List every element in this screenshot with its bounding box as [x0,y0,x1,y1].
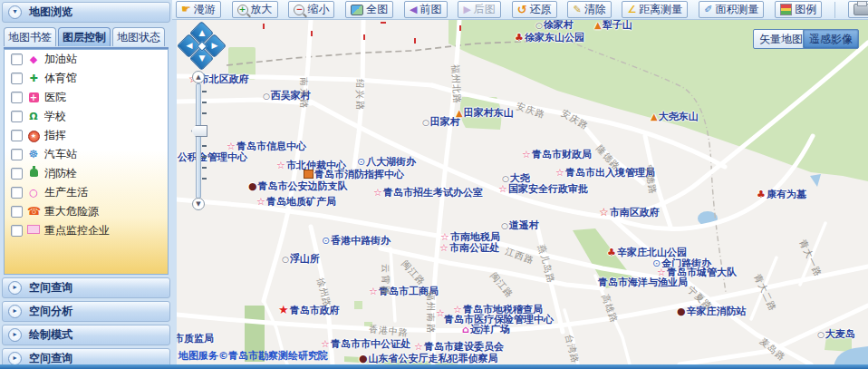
poi-label: 公积金管理中心 [178,151,247,163]
layer-gas-station-icon: ◆ [27,53,40,66]
panel-header-spatial-analysis[interactable]: ▸空间分析 [2,301,170,322]
layer-fire-hydrant-icon [27,168,40,180]
badge-marker-icon: ● [359,353,368,364]
command-icon: ★ [28,131,40,142]
layer-checkbox-monitored-enterprise[interactable] [11,225,23,237]
layer-checkbox-command[interactable] [11,130,23,141]
accordion-collapse-icon[interactable]: ▾ [8,5,22,19]
toolbar-button-area-measure[interactable]: ✐面积测量 [699,1,764,18]
layer-checkbox-school[interactable] [11,111,23,122]
accordion-expand-icon[interactable]: ▸ [8,328,22,342]
toolbar-button-label: 缩小 [307,2,329,17]
poi-label: 大麦岛 [825,328,855,340]
layer-label: 学校 [44,109,66,124]
road-label: 南京路 [299,77,308,110]
school-icon: Ω [29,111,37,122]
layer-label: 体育馆 [44,71,77,86]
toolbar-button-full-extent[interactable]: 全图 [345,1,393,18]
layer-gymnasium-icon: ✚ [27,73,40,85]
toolbar-button-label: 清除 [584,2,606,17]
toolbar-button-next-view[interactable]: ▶后图 [458,1,500,18]
tree-marker-icon: ♣ [607,247,616,258]
slider-tick [202,145,207,147]
map-poi: ☆青岛市市中公证处 [321,339,410,350]
panel-header-spatial-query[interactable]: ▸空间查询 [2,277,170,298]
tab-map-bookmarks[interactable]: 地图书签 [4,27,56,46]
layer-label: 指挥 [44,128,66,143]
map-poi: ♣徐家东山公园 [515,33,584,44]
poi-label: 浮山所 [290,253,320,265]
slider-tick [202,156,207,158]
vector-map-button[interactable]: 矢量地图 [753,29,809,49]
toolbar-button-label: 前图 [420,2,442,17]
zoom-slider-handle[interactable] [191,125,207,137]
circle-marker-icon: ○ [501,221,508,230]
toolbar-button-prev-view[interactable]: ◀前图 [404,1,447,18]
arrow-right-icon: ▶ [207,41,222,50]
map-poi: ⌂远洋广场 [462,325,510,335]
toolbar-button-reset[interactable]: ↺还原 [512,1,557,18]
map-toolbar: ☛漫游+放大−缩小全图◀前图▶后图↺还原✎清除∠距离测量✐面积测量图例 [172,0,868,20]
accordion-expand-icon[interactable]: ▸ [8,352,22,365]
layer-label: 加油站 [44,52,77,67]
tab-map-status[interactable]: 地图状态 [112,27,165,46]
arrow-left-icon: ◀ [181,41,197,50]
layer-school-icon: Ω [27,111,40,123]
remote-sensing-button[interactable]: 遥感影像 [803,29,859,49]
poi-label: 辛家庄消防站 [687,306,747,317]
map-canvas[interactable]: ☆市北区政府○西吴家村○田家村▲田家村东山○徐家村▲犁子山♣徐家东山公园▲大尧东… [177,20,868,364]
layer-checkbox-production-life[interactable] [11,187,23,199]
slider-tick [202,102,207,103]
map-poi: ▲犁子山 [594,20,632,31]
map-poi: ☆市南公证处 [439,243,499,254]
layer-checkbox-major-hazard[interactable] [11,206,23,218]
toolbar-button-legend[interactable]: 图例 [775,1,822,18]
toolbar-button-roam[interactable]: ☛漫游 [176,1,221,18]
triangle-marker-icon: ▲ [651,112,658,121]
layer-item-gas-station: ◆加油站 [5,50,168,69]
accordion-expand-icon[interactable]: ▸ [8,305,22,318]
area-icon: ✐ [704,5,712,15]
toolbar-button-label: 面积测量 [715,2,758,17]
map-poi: ☆青岛地质矿产局 [256,197,336,208]
gymnasium-icon: ✚ [29,73,37,84]
zoom-out-slider-button[interactable]: ▼ [192,198,205,210]
toolbar-button-distance-measure[interactable]: ∠距离测量 [622,1,688,18]
poi-label: 康有为墓 [767,189,806,200]
layer-item-gymnasium: ✚体育馆 [5,69,168,88]
poi-label: 青岛市质监局 [177,333,214,345]
dotcircle-marker-icon: ⊙ [357,156,365,168]
layer-hospital-icon: + [27,92,40,104]
layer-checkbox-bus-station[interactable] [11,149,23,160]
toolbar-button-clear[interactable]: ✎清除 [567,1,611,18]
tab-layer-control[interactable]: 图层控制 [58,27,111,46]
bus-station-icon: ☸ [29,148,39,160]
toolbar-button-zoom-in[interactable]: +放大 [232,1,278,18]
map-poi: 青岛市质监局 [177,334,214,345]
zoom-slider-track[interactable] [196,83,201,199]
toolbar-button-print[interactable] [848,1,868,18]
toolbar-button-label: 后图 [474,2,496,17]
map-poi: ☆市南区政府 [599,207,660,218]
poi-label: 青岛市公安边防支队 [258,180,348,192]
layer-checkbox-gas-station[interactable] [11,53,23,65]
triangle-marker-icon: ▲ [594,20,602,30]
map-poi: ♣康有为墓 [757,189,806,200]
map-poi: 青岛市海洋与渔业局 [598,277,688,288]
map-browse-panel-header[interactable]: ▾ 地图浏览 [2,2,170,23]
layer-label: 重点监控企业 [44,223,110,238]
panel-title: 空间分析 [29,304,72,319]
toolbar-button-zoom-out[interactable]: −缩小 [288,1,334,18]
accordion-expand-icon[interactable]: ▸ [8,281,22,295]
layer-checkbox-fire-hydrant[interactable] [11,168,23,180]
map-pan-control: ▲ ◀ ▶ ▼ [180,24,222,66]
panel-title: 空间查询 [29,280,72,296]
layer-label: 生产生活 [44,185,88,200]
major-hazard-icon: ☎ [27,205,41,218]
layer-checkbox-hospital[interactable] [11,92,23,103]
layer-checkbox-gymnasium[interactable] [11,73,23,84]
panel-header-draw-mode[interactable]: ▸绘制模式 [2,325,170,345]
toolbar-button-label: 放大 [251,2,273,17]
slider-tick [202,178,207,180]
zoom-in-slider-button[interactable]: ▲ [192,71,205,83]
